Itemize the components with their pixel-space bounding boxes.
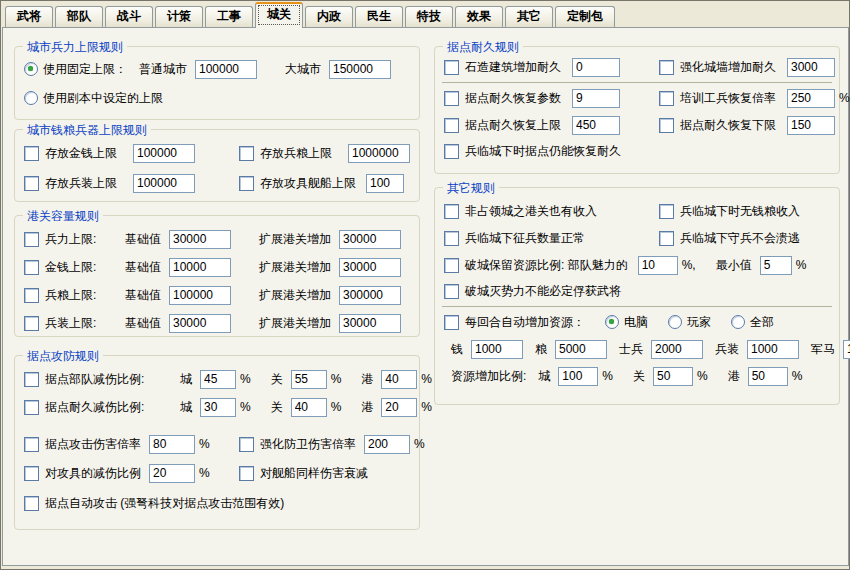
checkbox-durability-recover-param[interactable] bbox=[444, 91, 459, 106]
checkbox-keep-resources-ratio[interactable] bbox=[444, 258, 459, 273]
checkbox-no-rout-under-siege[interactable] bbox=[659, 231, 674, 246]
checkbox-port-food-cap[interactable] bbox=[24, 288, 39, 303]
checkbox-reinforced-defense-multiplier[interactable] bbox=[239, 437, 254, 452]
checkbox-store-gold-cap[interactable] bbox=[24, 146, 39, 161]
store-food-cap-input[interactable] bbox=[348, 144, 410, 163]
checkbox-troop-damage-reduce[interactable] bbox=[24, 372, 39, 387]
tab-gong-shi[interactable]: 工事 bbox=[205, 6, 253, 27]
durability-recover-upper-input[interactable] bbox=[572, 116, 620, 135]
res-soldier-input[interactable] bbox=[651, 340, 703, 359]
durability-recover-lower-input[interactable] bbox=[787, 116, 835, 135]
checkbox-port-troop-cap[interactable] bbox=[24, 232, 39, 247]
port-food-base-input[interactable] bbox=[169, 286, 231, 305]
checkbox-durability-damage-reduce[interactable] bbox=[24, 400, 39, 415]
port-troop-expand-input[interactable] bbox=[339, 230, 401, 249]
tab-bu-dui[interactable]: 部队 bbox=[55, 6, 103, 27]
checkbox-no-guaranteed-capture[interactable] bbox=[444, 284, 459, 299]
min-value-input[interactable] bbox=[760, 256, 792, 275]
res-gold-input[interactable] bbox=[471, 340, 523, 359]
checkbox-unowned-port-income[interactable] bbox=[444, 204, 459, 219]
engineer-recover-multiplier-input[interactable] bbox=[787, 89, 835, 108]
tab-cheng-guan-selected[interactable]: 城关 bbox=[255, 2, 303, 28]
checkbox-durability-recover-upper[interactable] bbox=[444, 118, 459, 133]
siege-damage-reduce-input[interactable] bbox=[149, 464, 195, 483]
checkbox-port-gold-cap[interactable] bbox=[24, 260, 39, 275]
radio-scenario-cap[interactable] bbox=[24, 91, 38, 105]
store-siege-ship-cap-label: 存放攻具舰船上限 bbox=[260, 175, 356, 192]
percent-sign: % bbox=[331, 400, 342, 414]
tab-min-sheng[interactable]: 民生 bbox=[355, 6, 403, 27]
ratio-pass-input[interactable] bbox=[653, 367, 693, 386]
base-value-label: 基础值 bbox=[125, 231, 161, 248]
res-food-input[interactable] bbox=[555, 340, 607, 359]
checkbox-no-income-under-siege[interactable] bbox=[659, 204, 674, 219]
checkbox-auto-add-resources[interactable] bbox=[444, 315, 459, 330]
settings-window: 武将 部队 战斗 计策 工事 城关 内政 民生 特技 效果 其它 定制包 城市兵… bbox=[0, 0, 850, 570]
port-gold-base-input[interactable] bbox=[169, 258, 231, 277]
port-weapon-cap-label: 兵装上限: bbox=[45, 315, 125, 332]
keep-resources-ratio-input[interactable] bbox=[638, 256, 678, 275]
percent-sign: % bbox=[240, 400, 251, 414]
tab-ji-ce[interactable]: 计策 bbox=[155, 6, 203, 27]
radio-fixed-cap[interactable] bbox=[24, 62, 38, 76]
res-horse-input[interactable] bbox=[843, 340, 850, 359]
percent-sign: % bbox=[331, 372, 342, 386]
base-attack-multiplier-label: 据点攻击伤害倍率 bbox=[45, 436, 141, 453]
base-attack-multiplier-input[interactable] bbox=[149, 435, 195, 454]
port-troop-base-input[interactable] bbox=[169, 230, 231, 249]
troop-reduce-pass-input[interactable] bbox=[291, 370, 327, 389]
checkbox-recover-under-siege[interactable] bbox=[444, 144, 459, 159]
store-gold-cap-input[interactable] bbox=[133, 144, 195, 163]
checkbox-siege-damage-reduce[interactable] bbox=[24, 466, 39, 481]
reinforced-defense-multiplier-input[interactable] bbox=[364, 435, 410, 454]
ratio-port-input[interactable] bbox=[748, 367, 788, 386]
city-label: 城 bbox=[180, 371, 192, 388]
radio-auto-res-all[interactable] bbox=[731, 315, 745, 329]
checkbox-reinforced-wall-durability[interactable] bbox=[659, 60, 674, 75]
troop-reduce-port-input[interactable] bbox=[381, 370, 417, 389]
big-city-cap-input[interactable] bbox=[329, 60, 391, 79]
checkbox-base-auto-attack[interactable] bbox=[24, 496, 39, 511]
checkbox-base-attack-multiplier[interactable] bbox=[24, 437, 39, 452]
store-weapon-cap-label: 存放兵装上限 bbox=[45, 175, 133, 192]
checkbox-store-weapon-cap[interactable] bbox=[24, 176, 39, 191]
dura-reduce-city-input[interactable] bbox=[200, 398, 236, 417]
checkbox-durability-recover-lower[interactable] bbox=[659, 118, 674, 133]
res-weapon-input[interactable] bbox=[747, 340, 799, 359]
checkbox-store-food-cap[interactable] bbox=[239, 146, 254, 161]
expand-port-label: 扩展港关增加 bbox=[259, 231, 331, 248]
radio-auto-res-all-label: 全部 bbox=[750, 314, 774, 331]
normal-city-cap-input[interactable] bbox=[195, 60, 257, 79]
dura-reduce-pass-input[interactable] bbox=[291, 398, 327, 417]
durability-recover-param-input[interactable] bbox=[572, 89, 620, 108]
radio-auto-res-computer[interactable] bbox=[605, 315, 619, 329]
tab-zhan-dou[interactable]: 战斗 bbox=[105, 6, 153, 27]
checkbox-store-siege-ship-cap[interactable] bbox=[239, 176, 254, 191]
group-other-rules: 其它规则 非占领城之港关也有收入 兵临城下时无钱粮收入 兵临城下征兵数量正常 bbox=[434, 187, 840, 405]
tab-qi-ta[interactable]: 其它 bbox=[505, 6, 553, 27]
radio-auto-res-player-label: 玩家 bbox=[687, 314, 711, 331]
tab-te-ji[interactable]: 特技 bbox=[405, 6, 453, 27]
tab-nei-zheng[interactable]: 内政 bbox=[305, 6, 353, 27]
tab-xiao-guo[interactable]: 效果 bbox=[455, 6, 503, 27]
checkbox-normal-draft-under-siege[interactable] bbox=[444, 231, 459, 246]
checkbox-stone-building-durability[interactable] bbox=[444, 60, 459, 75]
unowned-port-income-label: 非占领城之港关也有收入 bbox=[465, 203, 597, 220]
store-siege-ship-cap-input[interactable] bbox=[366, 174, 404, 193]
radio-auto-res-player[interactable] bbox=[668, 315, 682, 329]
dura-reduce-port-input[interactable] bbox=[381, 398, 417, 417]
stone-building-durability-input[interactable] bbox=[572, 58, 620, 77]
port-food-expand-input[interactable] bbox=[339, 286, 401, 305]
port-weapon-expand-input[interactable] bbox=[339, 314, 401, 333]
troop-reduce-city-input[interactable] bbox=[200, 370, 236, 389]
checkbox-port-weapon-cap[interactable] bbox=[24, 316, 39, 331]
store-weapon-cap-input[interactable] bbox=[133, 174, 195, 193]
ratio-city-input[interactable] bbox=[558, 367, 598, 386]
tab-ding-zhi-bao[interactable]: 定制包 bbox=[555, 6, 615, 27]
port-weapon-base-input[interactable] bbox=[169, 314, 231, 333]
reinforced-wall-durability-input[interactable] bbox=[787, 58, 835, 77]
checkbox-ship-same-damage-decay[interactable] bbox=[239, 466, 254, 481]
checkbox-engineer-recover-multiplier[interactable] bbox=[659, 91, 674, 106]
tab-wu-jiang[interactable]: 武将 bbox=[5, 6, 53, 27]
port-gold-expand-input[interactable] bbox=[339, 258, 401, 277]
